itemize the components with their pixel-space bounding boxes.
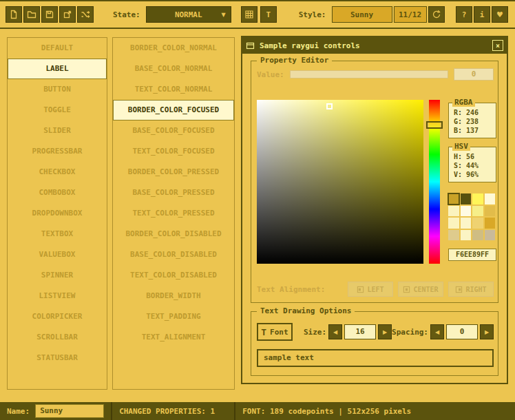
- palette-swatch-5[interactable]: [461, 206, 472, 217]
- close-window-button[interactable]: ×: [492, 40, 503, 51]
- new-style-button[interactable]: [6, 6, 22, 23]
- list-item-listview[interactable]: LISTVIEW: [8, 286, 107, 306]
- size-increase-button[interactable]: ▶: [378, 324, 392, 339]
- list-item-textbox[interactable]: TEXTBOX: [8, 224, 107, 244]
- list-item-border_width[interactable]: BORDER_WIDTH: [113, 286, 234, 306]
- style-selector-button[interactable]: Sunny: [332, 6, 392, 23]
- value-label: Value:: [257, 70, 284, 79]
- list-item-text_color_pressed[interactable]: TEXT_COLOR_PRESSED: [113, 203, 234, 224]
- style-counter: 11/12: [394, 6, 427, 23]
- state-dropdown-value: NORMAL: [175, 10, 202, 19]
- font-button[interactable]: T Font: [257, 323, 293, 341]
- list-item-text_padding[interactable]: TEXT_PADDING: [113, 306, 234, 327]
- shuffle-icon: [81, 10, 90, 19]
- list-item-border_color_pressed[interactable]: BORDER_COLOR_PRESSED: [113, 162, 234, 182]
- palette-swatch-12[interactable]: [448, 230, 459, 241]
- reload-style-button[interactable]: [428, 6, 445, 23]
- statusbar-divider: [111, 402, 112, 420]
- list-item-default[interactable]: DEFAULT: [8, 38, 107, 59]
- size-decrease-button[interactable]: ◀: [328, 324, 342, 339]
- value-row: Value: 0: [257, 68, 494, 81]
- hue-slider-handle[interactable]: [426, 121, 443, 129]
- palette-swatch-2[interactable]: [472, 193, 483, 204]
- align-right-icon: [455, 286, 463, 293]
- text-tool-button[interactable]: T: [260, 6, 277, 23]
- colorpicker-panel[interactable]: [257, 100, 423, 264]
- palette-swatch-6[interactable]: [472, 206, 483, 217]
- list-item-text_color_focused[interactable]: TEXT_COLOR_FOCUSED: [113, 141, 234, 162]
- statusbar-divider: [234, 402, 235, 420]
- list-item-base_color_pressed[interactable]: BASE_COLOR_PRESSED: [113, 182, 234, 203]
- export-style-button[interactable]: [59, 6, 76, 23]
- palette-swatch-4[interactable]: [448, 206, 459, 217]
- property-editor-group: Property Editor Value: 0 RGBA R: 246 G: …: [251, 61, 498, 303]
- new-file-icon: [9, 10, 19, 19]
- hue-slider[interactable]: [429, 100, 440, 264]
- list-item-statusbar[interactable]: STATUSBAR: [8, 348, 107, 368]
- export-icon: [63, 10, 72, 19]
- palette-swatch-13[interactable]: [461, 230, 472, 241]
- size-spinner: Size: ◀ 16 ▶: [304, 324, 392, 339]
- hsv-group: HSV H: 56 S: 44% V: 96%: [448, 147, 496, 182]
- list-item-combobox[interactable]: COMBOBOX: [8, 182, 107, 203]
- style-name-input[interactable]: Sunny: [35, 404, 104, 418]
- palette-swatch-8[interactable]: [448, 218, 459, 229]
- list-item-valuebox[interactable]: VALUEBOX: [8, 244, 107, 265]
- list-item-base_color_disabled[interactable]: BASE_COLOR_DISABLED: [113, 244, 234, 265]
- list-item-scrollbar[interactable]: SCROLLBAR: [8, 327, 107, 348]
- text-options-group: Text Drawing Options T Font Size: ◀ 16 ▶: [251, 311, 498, 376]
- window-titlebar[interactable]: Sample raygui controls ×: [242, 37, 507, 54]
- help-button[interactable]: ?: [456, 6, 472, 23]
- list-item-text_color_normal[interactable]: TEXT_COLOR_NORMAL: [113, 79, 234, 100]
- random-style-button[interactable]: [77, 6, 94, 23]
- palette-swatch-14[interactable]: [472, 230, 483, 241]
- list-item-base_color_normal[interactable]: BASE_COLOR_NORMAL: [113, 59, 234, 79]
- palette-swatch-0[interactable]: [448, 193, 459, 204]
- text-alignment-row: Text Alignment: LEFT CENTER RIGHT: [257, 282, 494, 297]
- list-item-dropdownbox[interactable]: DROPDOWNBOX: [8, 203, 107, 224]
- palette-swatch-10[interactable]: [472, 218, 483, 229]
- align-center-label: CENTER: [413, 286, 438, 293]
- list-item-progressbar[interactable]: PROGRESSBAR: [8, 141, 107, 162]
- state-dropdown[interactable]: NORMAL ▼: [146, 6, 231, 23]
- hex-value-box[interactable]: F6EE89FF: [448, 249, 496, 261]
- rgba-label: RGBA: [452, 98, 475, 107]
- list-item-border_color_normal[interactable]: BORDER_COLOR_NORMAL: [113, 38, 234, 59]
- align-right-toggle: RIGHT: [448, 282, 494, 297]
- spacing-value-box[interactable]: 0: [446, 324, 478, 339]
- list-item-text_color_disabled[interactable]: TEXT_COLOR_DISABLED: [113, 265, 234, 286]
- list-item-slider[interactable]: SLIDER: [8, 120, 107, 141]
- list-item-label[interactable]: LABEL: [8, 59, 107, 79]
- property-editor-label: Property Editor: [257, 56, 332, 65]
- list-item-checkbox[interactable]: CHECKBOX: [8, 162, 107, 182]
- font-atlas-button[interactable]: [241, 6, 258, 23]
- palette-swatch-11[interactable]: [485, 218, 496, 229]
- save-style-button[interactable]: [41, 6, 58, 23]
- statusbar: Name: Sunny CHANGED PROPERTIES: 1 FONT: …: [0, 402, 515, 420]
- reload-icon: [432, 10, 441, 19]
- font-info-status: FONT: 189 codepoints | 512x256 pixels: [242, 407, 411, 416]
- info-button[interactable]: i: [474, 6, 490, 23]
- palette-swatch-15[interactable]: [485, 230, 496, 241]
- colorpicker-cursor[interactable]: [326, 103, 333, 109]
- spacing-decrease-button[interactable]: ◀: [430, 324, 444, 339]
- list-item-text_alignment[interactable]: TEXT_ALIGNMENT: [113, 327, 234, 348]
- color-palette: [448, 193, 496, 240]
- sample-text-box[interactable]: sample text: [257, 349, 494, 367]
- list-item-colorpicker[interactable]: COLORPICKER: [8, 306, 107, 327]
- palette-swatch-7[interactable]: [485, 206, 496, 217]
- load-style-button[interactable]: [23, 6, 40, 23]
- list-item-spinner[interactable]: SPINNER: [8, 265, 107, 286]
- close-icon: ×: [496, 42, 500, 50]
- palette-swatch-1[interactable]: [461, 193, 472, 204]
- list-item-toggle[interactable]: TOGGLE: [8, 100, 107, 120]
- palette-swatch-9[interactable]: [461, 218, 472, 229]
- list-item-border_color_disabled[interactable]: BORDER_COLOR_DISABLED: [113, 224, 234, 244]
- list-item-button[interactable]: BUTTON: [8, 79, 107, 100]
- palette-swatch-3[interactable]: [485, 193, 496, 204]
- size-value-box[interactable]: 16: [344, 324, 376, 339]
- sponsor-button[interactable]: ♥: [492, 6, 508, 23]
- list-item-base_color_focused[interactable]: BASE_COLOR_FOCUSED: [113, 120, 234, 141]
- spacing-increase-button[interactable]: ▶: [480, 324, 494, 339]
- list-item-border_color_focused[interactable]: BORDER_COLOR_FOCUSED: [113, 100, 234, 120]
